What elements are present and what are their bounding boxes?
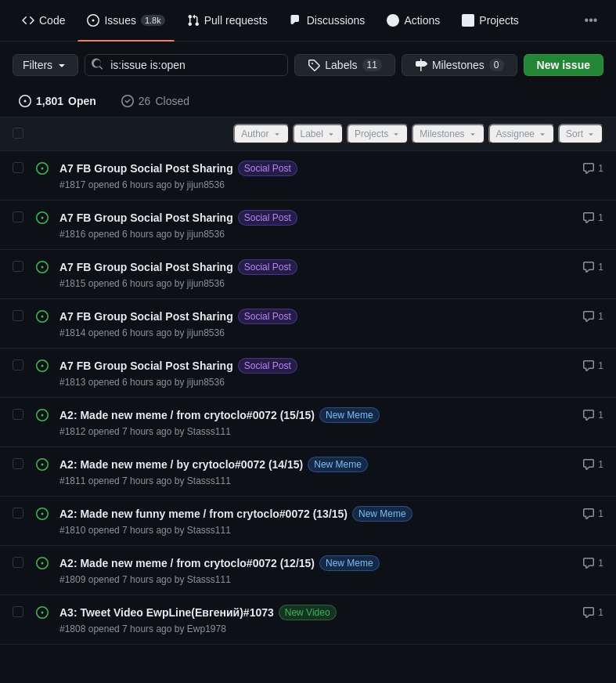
issue-comment-5[interactable]: 1: [582, 407, 603, 421]
issue-label-4[interactable]: Social Post: [238, 358, 297, 374]
nav-item-code[interactable]: Code: [13, 0, 74, 41]
new-issue-label: New issue: [537, 59, 590, 71]
issue-checkbox-2[interactable]: [13, 259, 28, 274]
search-icon: [91, 58, 103, 73]
issue-open-icon-6: [36, 457, 52, 473]
assignee-header[interactable]: Assignee: [488, 124, 555, 144]
issue-title-2[interactable]: A7 FB Group Social Post Sharing: [59, 261, 233, 273]
issue-title-7[interactable]: A2: Made new funny meme / from crytoclo#…: [59, 508, 348, 520]
issue-checkbox-9[interactable]: [13, 605, 28, 620]
issue-comment-6[interactable]: 1: [582, 457, 603, 471]
issue-comment-7[interactable]: 1: [582, 506, 603, 520]
issue-title-1[interactable]: A7 FB Group Social Post Sharing: [59, 211, 233, 224]
issue-label-9[interactable]: New Video: [279, 605, 337, 620]
issue-title-8[interactable]: A2: Made new meme / from crytoclo#0072 (…: [59, 557, 315, 569]
filters-button[interactable]: Filters: [13, 54, 78, 76]
issue-open-icon-4: [36, 358, 52, 374]
table-row[interactable]: A3: Tweet Video EwpLine(Евгений)#1073 Ne…: [0, 595, 616, 645]
issue-title-4[interactable]: A7 FB Group Social Post Sharing: [59, 360, 233, 372]
issue-checkbox-0[interactable]: [13, 161, 28, 175]
issue-content-8: A2: Made new meme / from crytoclo#0072 (…: [59, 555, 575, 585]
author-header[interactable]: Author: [233, 124, 289, 144]
table-row[interactable]: A7 FB Group Social Post Sharing Social P…: [0, 201, 616, 250]
comment-icon-8: [582, 557, 595, 569]
open-status[interactable]: 1,801 Open: [13, 92, 103, 110]
table-row[interactable]: A7 FB Group Social Post Sharing Social P…: [0, 299, 616, 349]
comment-count-7: 1: [598, 508, 603, 519]
comment-count-8: 1: [598, 558, 603, 569]
issue-label-8[interactable]: New Meme: [319, 555, 380, 571]
milestones-header[interactable]: Milestones: [412, 124, 485, 144]
comment-count-2: 1: [598, 262, 603, 273]
issue-label-5[interactable]: New Meme: [319, 407, 380, 423]
table-row[interactable]: A2: Made new meme / from crytoclo#0072 (…: [0, 398, 616, 447]
nav-item-projects[interactable]: Projects: [452, 0, 528, 41]
pr-icon: [187, 14, 200, 27]
issue-checkbox-8[interactable]: [13, 555, 28, 570]
nav-item-discussions[interactable]: Discussions: [280, 0, 375, 41]
table-row[interactable]: A7 FB Group Social Post Sharing Social P…: [0, 250, 616, 299]
nav-item-pullrequests[interactable]: Pull requests: [178, 0, 277, 41]
comment-icon-9: [582, 606, 595, 619]
nav-item-issues[interactable]: Issues 1.8k: [77, 0, 174, 41]
issue-title-5[interactable]: A2: Made new meme / from crytoclo#0072 (…: [59, 409, 315, 421]
nav-label-issues: Issues: [104, 14, 135, 27]
issue-comment-9[interactable]: 1: [582, 605, 603, 619]
issue-title-0[interactable]: A7 FB Group Social Post Sharing: [59, 162, 233, 175]
labels-count: 11: [362, 59, 382, 71]
projects-header[interactable]: Projects: [347, 124, 409, 144]
issue-title-9[interactable]: A3: Tweet Video EwpLine(Евгений)#1073: [59, 606, 274, 619]
issue-label-6[interactable]: New Meme: [308, 457, 368, 472]
label-header[interactable]: Label: [293, 124, 344, 144]
issue-meta-0: #1817 opened 6 hours ago by jijun8536: [59, 179, 575, 190]
comment-icon-1: [582, 211, 595, 224]
issue-checkbox-1[interactable]: [13, 210, 28, 225]
issue-label-7[interactable]: New Meme: [352, 506, 412, 522]
milestone-icon: [415, 59, 427, 71]
comment-count-5: 1: [598, 410, 603, 421]
comment-count-6: 1: [598, 459, 603, 470]
table-row[interactable]: A2: Made new funny meme / from crytoclo#…: [0, 497, 616, 546]
new-issue-button[interactable]: New issue: [524, 54, 603, 76]
issue-checkbox-7[interactable]: [13, 506, 28, 521]
select-all-checkbox[interactable]: [13, 128, 28, 141]
issue-comment-1[interactable]: 1: [582, 210, 603, 224]
search-input[interactable]: [85, 54, 288, 76]
closed-status[interactable]: 26 Closed: [115, 92, 196, 110]
issue-label-3[interactable]: Social Post: [238, 309, 297, 324]
nav-item-actions[interactable]: Actions: [377, 0, 449, 41]
nav-more-button[interactable]: •••: [578, 8, 603, 33]
table-row[interactable]: A7 FB Group Social Post Sharing Social P…: [0, 349, 616, 398]
issue-comment-3[interactable]: 1: [582, 309, 603, 323]
issue-comment-4[interactable]: 1: [582, 358, 603, 372]
table-row[interactable]: A7 FB Group Social Post Sharing Social P…: [0, 151, 616, 201]
issue-title-6[interactable]: A2: Made new meme / by crytoclo#0072 (14…: [59, 458, 303, 471]
comment-count-4: 1: [598, 360, 603, 371]
issue-label-0[interactable]: Social Post: [238, 161, 297, 176]
table-row[interactable]: A2: Made new meme / from crytoclo#0072 (…: [0, 546, 616, 595]
issue-label-1[interactable]: Social Post: [238, 210, 297, 226]
tag-icon: [308, 59, 320, 71]
labels-button[interactable]: Labels 11: [294, 54, 395, 76]
issue-meta-7: #1810 opened 7 hours ago by Stasss111: [59, 525, 575, 536]
issue-content-9: A3: Tweet Video EwpLine(Евгений)#1073 Ne…: [59, 605, 575, 634]
issue-content-2: A7 FB Group Social Post Sharing Social P…: [59, 259, 575, 289]
issue-comment-2[interactable]: 1: [582, 259, 603, 273]
issue-comment-0[interactable]: 1: [582, 161, 603, 175]
issue-checkbox-3[interactable]: [13, 309, 28, 323]
issue-checkbox-6[interactable]: [13, 457, 28, 472]
issue-label-2[interactable]: Social Post: [238, 259, 297, 275]
issue-meta-6: #1811 opened 7 hours ago by Stasss111: [59, 475, 575, 486]
nav-label-projects: Projects: [479, 14, 519, 27]
issue-title-3[interactable]: A7 FB Group Social Post Sharing: [59, 310, 233, 323]
milestones-button[interactable]: Milestones 0: [402, 54, 517, 76]
issue-comment-8[interactable]: 1: [582, 555, 603, 569]
sort-header-label: Sort: [566, 128, 583, 139]
issue-checkbox-5[interactable]: [13, 407, 28, 422]
issue-content-5: A2: Made new meme / from crytoclo#0072 (…: [59, 407, 575, 437]
search-wrap: [85, 54, 288, 76]
issue-checkbox-4[interactable]: [13, 358, 28, 373]
milestones-header-label: Milestones: [420, 128, 464, 139]
table-row[interactable]: A2: Made new meme / by crytoclo#0072 (14…: [0, 447, 616, 497]
sort-header[interactable]: Sort: [558, 124, 603, 144]
